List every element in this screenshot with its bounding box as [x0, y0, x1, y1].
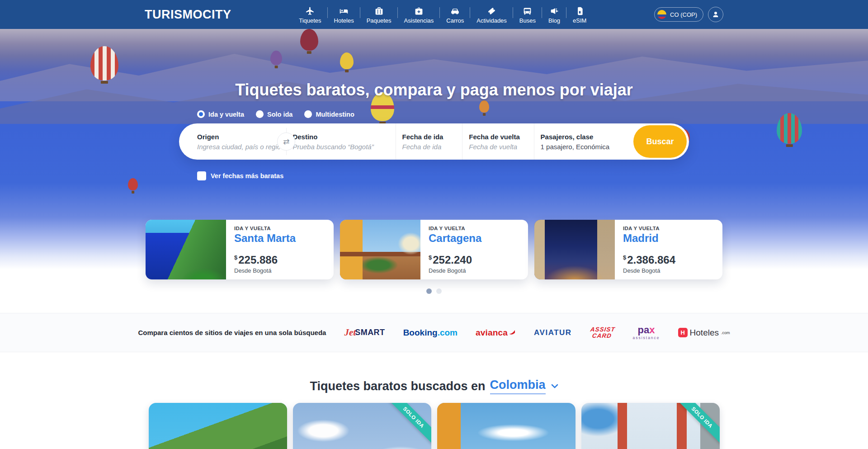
page-title: Tiquetes baratos, compara y paga menos p… — [145, 80, 723, 99]
hoteles-icon: H — [678, 328, 688, 337]
destination-card[interactable]: SOLO IDA — [581, 403, 720, 449]
return-date-input[interactable] — [469, 143, 527, 151]
deal-price: $2.386.864 — [623, 255, 675, 265]
destination-photo — [437, 403, 576, 449]
deal-city: Santa Marta — [234, 232, 296, 245]
country-selector[interactable]: Colombia — [490, 378, 558, 394]
destination-field[interactable]: Destino — [286, 123, 395, 160]
destination-card[interactable] — [149, 403, 287, 449]
country-selector-value[interactable]: Colombia — [490, 378, 546, 394]
radio-selected-icon[interactable] — [197, 110, 205, 118]
bed-icon — [339, 6, 349, 16]
car-icon — [450, 6, 460, 16]
cheaper-dates-checkbox[interactable] — [197, 171, 206, 180]
cartagena-photo — [340, 220, 420, 279]
deal-card-madrid[interactable]: IDA Y VUELTA Madrid $2.386.864 Desde Bog… — [534, 220, 722, 279]
nav-label: Tiquetes — [299, 17, 321, 24]
nav-label: Blog — [548, 17, 560, 24]
trip-option-oneway[interactable]: Solo ida — [256, 110, 292, 118]
bus-icon — [523, 6, 532, 16]
trip-type-selector: Ida y vuelta Solo ida Multidestino — [179, 110, 689, 118]
suitcase-icon — [374, 6, 384, 16]
deal-origin: Desde Bogotá — [234, 267, 296, 274]
search-button[interactable]: Buscar — [633, 125, 687, 158]
destination-card[interactable] — [437, 403, 576, 449]
deal-origin: Desde Bogotá — [429, 267, 481, 274]
origin-field[interactable]: Origen — [179, 123, 286, 160]
hot-air-balloon — [300, 29, 318, 51]
depart-date-input[interactable] — [402, 143, 456, 151]
plane-icon — [305, 6, 315, 16]
hot-air-balloon — [340, 52, 354, 69]
carousel-dot[interactable] — [436, 288, 442, 294]
avianca-wing-icon — [509, 330, 516, 336]
radio-icon[interactable] — [304, 110, 312, 118]
origin-input[interactable] — [197, 143, 280, 151]
deal-city: Madrid — [623, 232, 675, 245]
trip-option-multidestination[interactable]: Multidestino — [304, 110, 354, 118]
searched-destination-cards: SOLO IDA SOLO IDA — [0, 403, 868, 449]
chevron-down-icon — [551, 384, 558, 388]
locale-currency-button[interactable]: CO (COP) — [654, 7, 703, 22]
destination-input[interactable] — [292, 143, 389, 151]
nav-item-hoteles[interactable]: Hoteles — [328, 4, 360, 26]
madrid-photo — [534, 220, 615, 279]
nav-item-buses[interactable]: Buses — [513, 4, 542, 26]
nav-item-asistencias[interactable]: Asistencias — [398, 4, 440, 26]
account-button[interactable] — [708, 7, 723, 22]
ticket-icon — [487, 6, 496, 16]
nav-label: Carros — [446, 17, 464, 24]
deal-card-santa-marta[interactable]: IDA Y VUELTA Santa Marta $225.886 Desde … — [146, 220, 334, 279]
nav-item-tiquetes[interactable]: Tiquetes — [292, 4, 327, 26]
trip-type-badge: IDA Y VUELTA — [429, 226, 481, 231]
depart-date-field[interactable]: Fecha de ida — [396, 123, 462, 160]
pax-assistance-logo: pa x assistance — [632, 325, 660, 340]
hot-air-balloon — [128, 178, 138, 190]
section-title: Tiquetes baratos buscados en — [310, 379, 485, 393]
deal-card-cartagena[interactable]: IDA Y VUELTA Cartagena $252.240 Desde Bo… — [340, 220, 528, 279]
hot-air-balloon — [270, 51, 282, 65]
user-icon — [712, 10, 720, 19]
deal-price: $225.886 — [234, 255, 296, 265]
nav-label: Hoteles — [334, 17, 354, 24]
megaphone-icon — [550, 6, 559, 16]
assist-card-logo: ASSIST CARD — [589, 326, 616, 339]
brand-logo[interactable]: TURISMOCITY — [145, 8, 231, 22]
flight-search-bar: Origen ⇄ Destino Fecha de ida Fecha de v… — [179, 123, 689, 160]
trip-option-roundtrip[interactable]: Ida y vuelta — [197, 110, 244, 118]
nav-label: eSIM — [573, 17, 586, 24]
deal-origin: Desde Bogotá — [623, 267, 675, 274]
deal-price: $252.240 — [429, 255, 481, 265]
passengers-class-value: 1 pasajero, Económica — [541, 143, 623, 151]
nav-label: Buses — [519, 17, 536, 24]
nav-item-blog[interactable]: Blog — [542, 4, 566, 26]
top-navbar: TURISMOCITY Tiquetes Hoteles Paquetes As… — [0, 0, 868, 29]
destination-card[interactable]: SOLO IDA — [293, 403, 431, 449]
return-date-field[interactable]: Fecha de vuelta — [462, 123, 533, 160]
carousel-pagination — [0, 288, 868, 294]
sim-card-icon — [575, 6, 585, 16]
nav-item-actividades[interactable]: Actividades — [470, 4, 513, 26]
avianca-logo: avianca — [476, 328, 516, 338]
carousel-dot-active[interactable] — [426, 288, 432, 294]
nav-item-esim[interactable]: eSIM — [566, 4, 593, 26]
partners-tagline: Compara cientos de sitios de viajes en u… — [138, 329, 326, 336]
nav-item-carros[interactable]: Carros — [440, 4, 470, 26]
nav-item-paquetes[interactable]: Paquetes — [360, 4, 398, 26]
passengers-class-field[interactable]: Pasajeros, clase 1 pasajero, Económica — [534, 123, 630, 160]
trip-type-badge: IDA Y VUELTA — [623, 226, 675, 231]
destination-photo — [149, 403, 287, 449]
radio-icon[interactable] — [256, 110, 264, 118]
deal-city: Cartagena — [429, 232, 481, 245]
featured-deals-carousel: IDA Y VUELTA Santa Marta $225.886 Desde … — [0, 220, 868, 279]
hot-air-balloon — [90, 46, 118, 80]
trip-type-badge: IDA Y VUELTA — [234, 226, 296, 231]
main-nav: Tiquetes Hoteles Paquetes Asistencias Ca… — [292, 4, 593, 26]
colombia-flag-icon — [657, 10, 666, 19]
medkit-icon — [414, 6, 424, 16]
hoteles-com-logo: H Hoteles .com — [678, 328, 730, 338]
partners-strip: Compara cientos de sitios de viajes en u… — [0, 313, 868, 352]
cheaper-dates-toggle[interactable]: Ver fechas más baratas — [179, 171, 689, 180]
nav-right-group: CO (COP) — [654, 7, 723, 22]
nav-label: Actividades — [476, 17, 506, 24]
